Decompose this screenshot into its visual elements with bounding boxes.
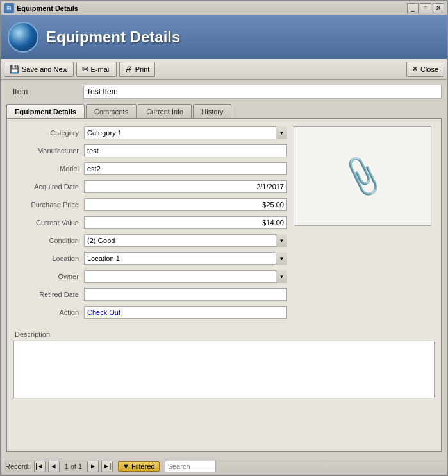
retired-date-row: Retired Date	[13, 287, 287, 302]
minimize-button[interactable]: _	[407, 3, 419, 13]
form-left: Category Category 1 Category 2 Category …	[13, 125, 287, 323]
purchase-price-label: Purchase Price	[13, 201, 84, 208]
tab-current-info[interactable]: Current Info	[138, 104, 192, 118]
location-label: Location	[13, 255, 84, 262]
tab-history-label: History	[201, 108, 223, 115]
category-label: Category	[13, 129, 84, 137]
restore-button[interactable]: □	[420, 3, 431, 13]
content-area: Item Equipment Details Comments Current …	[1, 80, 447, 457]
close-button[interactable]: ✕ Close	[406, 62, 444, 77]
current-value-row: Current Value	[13, 215, 287, 230]
retired-date-input[interactable]	[84, 288, 287, 301]
tab-comments[interactable]: Comments	[86, 104, 137, 118]
title-bar-controls: _ □ ✕	[407, 3, 444, 13]
purchase-price-input[interactable]	[84, 198, 287, 211]
category-row: Category Category 1 Category 2 Category …	[13, 125, 287, 140]
save-icon: 💾	[10, 65, 19, 74]
window-icon: ⊞	[4, 3, 14, 13]
category-select-wrapper: Category 1 Category 2 Category 3 ▼	[84, 126, 287, 139]
prev-record-button[interactable]: ◄	[48, 461, 60, 472]
owner-row: Owner ▼	[13, 269, 287, 284]
filter-icon: ▼	[122, 463, 129, 470]
condition-label: Condition	[13, 237, 84, 244]
equipment-details-window: ⊞ Equipment Details _ □ ✕ Equipment Deta…	[0, 0, 448, 476]
manufacturer-row: Manufacturer	[13, 143, 287, 158]
tab-comments-label: Comments	[94, 108, 128, 115]
description-label: Description	[13, 330, 435, 338]
location-row: Location Location 1 Location 2 Location …	[13, 251, 287, 266]
save-new-button[interactable]: 💾 Save and New	[4, 62, 74, 77]
first-record-button[interactable]: |◄	[34, 461, 46, 472]
email-label: E-mail	[91, 65, 111, 73]
owner-label: Owner	[13, 273, 84, 280]
condition-select[interactable]: (1) Excellent (2) Good (3) Fair (4) Poor	[84, 234, 287, 247]
print-icon: 🖨	[125, 65, 133, 74]
form-main: Category Category 1 Category 2 Category …	[13, 125, 435, 323]
tab-equipment-details-label: Equipment Details	[15, 108, 76, 115]
record-label: Record:	[5, 463, 30, 470]
header-title: Equipment Details	[46, 28, 180, 46]
item-row: Item	[6, 85, 442, 99]
action-label: Action	[13, 309, 84, 316]
current-value-input[interactable]	[84, 216, 287, 229]
form-right: 📎	[294, 125, 435, 323]
title-bar: ⊞ Equipment Details _ □ ✕	[1, 1, 447, 15]
action-field: Check Out	[84, 306, 287, 319]
action-row: Action Check Out	[13, 305, 287, 320]
model-row: Model	[13, 161, 287, 176]
acquired-date-row: Acquired Date	[13, 179, 287, 194]
tab-equipment-details[interactable]: Equipment Details	[6, 104, 85, 118]
filtered-badge[interactable]: ▼ Filtered	[118, 461, 160, 472]
form-panel: Category Category 1 Category 2 Category …	[6, 118, 442, 452]
owner-select[interactable]	[84, 270, 287, 283]
toolbar: 💾 Save and New ✉ E-mail 🖨 Print ✕ Close	[1, 59, 447, 80]
description-section: Description	[13, 330, 435, 400]
retired-date-label: Retired Date	[13, 291, 84, 298]
acquired-date-label: Acquired Date	[13, 183, 84, 191]
item-label: Item	[6, 87, 83, 96]
window-close-button[interactable]: ✕	[433, 3, 444, 13]
email-button[interactable]: ✉ E-mail	[76, 62, 117, 77]
window-title: Equipment Details	[17, 4, 407, 12]
filtered-label: Filtered	[131, 463, 155, 470]
record-info: 1 of 1	[62, 463, 85, 470]
check-out-link[interactable]: Check Out	[87, 309, 120, 316]
model-input[interactable]	[84, 162, 287, 175]
acquired-date-input[interactable]	[84, 180, 287, 193]
location-select[interactable]: Location 1 Location 2 Location 3	[84, 252, 287, 265]
location-select-wrapper: Location 1 Location 2 Location 3 ▼	[84, 252, 287, 265]
paperclip-icon: 📎	[339, 154, 385, 199]
save-new-label: Save and New	[22, 65, 68, 73]
condition-select-wrapper: (1) Excellent (2) Good (3) Fair (4) Poor…	[84, 234, 287, 247]
header-banner: Equipment Details	[1, 15, 447, 59]
owner-select-wrapper: ▼	[84, 270, 287, 283]
tab-history[interactable]: History	[193, 104, 231, 118]
status-bar: Record: |◄ ◄ 1 of 1 ► ►| ▼ Filtered	[1, 457, 447, 475]
email-icon: ✉	[82, 65, 88, 74]
print-label: Print	[135, 65, 150, 73]
globe-icon	[8, 22, 38, 53]
search-input[interactable]	[165, 461, 216, 472]
print-button[interactable]: 🖨 Print	[119, 62, 156, 77]
manufacturer-input[interactable]	[84, 144, 287, 157]
purchase-price-row: Purchase Price	[13, 197, 287, 212]
item-input[interactable]	[83, 85, 442, 99]
description-textarea[interactable]	[13, 341, 435, 398]
tab-bar: Equipment Details Comments Current Info …	[6, 104, 442, 118]
tab-current-info-label: Current Info	[146, 108, 183, 115]
current-value-label: Current Value	[13, 219, 84, 226]
condition-row: Condition (1) Excellent (2) Good (3) Fai…	[13, 233, 287, 248]
close-icon: ✕	[412, 65, 418, 73]
category-select[interactable]: Category 1 Category 2 Category 3	[84, 126, 287, 139]
next-record-button[interactable]: ►	[87, 461, 99, 472]
last-record-button[interactable]: ►|	[101, 461, 113, 472]
model-label: Model	[13, 165, 84, 173]
manufacturer-label: Manufacturer	[13, 147, 84, 155]
close-label: Close	[420, 65, 438, 73]
image-placeholder[interactable]: 📎	[294, 126, 431, 226]
